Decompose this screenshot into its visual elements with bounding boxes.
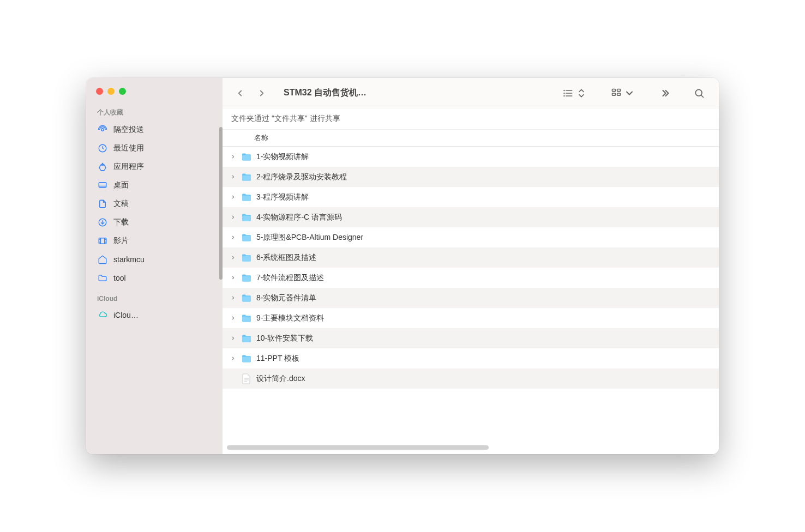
disclosure-triangle-icon[interactable] bbox=[229, 173, 237, 181]
sidebar-item-download[interactable]: 下载 bbox=[92, 213, 217, 232]
main-pane: STM32 自动售货机… 文件夹通过 "文件共享" 进行共享 bbox=[223, 78, 719, 454]
folder-icon bbox=[241, 172, 252, 183]
sidebar-item-clock[interactable]: 最近使用 bbox=[92, 139, 217, 158]
home-icon bbox=[97, 254, 108, 265]
file-name: 8-实物元器件清单 bbox=[256, 293, 316, 303]
disclosure-triangle-icon[interactable] bbox=[229, 274, 237, 282]
svg-rect-21 bbox=[612, 93, 616, 95]
file-name: 4-实物源程序-C 语言源码 bbox=[256, 213, 342, 222]
sidebar-item-apps[interactable]: 应用程序 bbox=[92, 158, 217, 176]
disclosure-triangle-icon[interactable] bbox=[229, 315, 237, 322]
folder-icon bbox=[241, 232, 252, 243]
maximize-button[interactable] bbox=[119, 88, 126, 95]
sidebar-item-label: tool bbox=[113, 274, 126, 282]
file-row[interactable]: 4-实物源程序-C 语言源码 bbox=[223, 207, 719, 227]
file-row[interactable]: 10-软件安装下载 bbox=[223, 328, 719, 348]
folder-icon bbox=[241, 252, 252, 263]
disclosure-triangle-icon[interactable] bbox=[229, 355, 237, 362]
close-button[interactable] bbox=[96, 88, 103, 95]
file-row[interactable]: 设计简介.docx bbox=[223, 368, 719, 389]
sidebar-item-film[interactable]: 影片 bbox=[92, 232, 217, 250]
group-button[interactable] bbox=[606, 86, 639, 101]
sidebar-scrollbar[interactable] bbox=[219, 127, 223, 280]
folder-icon bbox=[241, 192, 252, 203]
disclosure-triangle-icon[interactable] bbox=[229, 234, 237, 241]
finder-window: 个人收藏隔空投送最近使用应用程序桌面文稿下载影片starkmcutooliClo… bbox=[86, 78, 719, 454]
file-row[interactable]: 1-实物视频讲解 bbox=[223, 147, 719, 167]
more-button[interactable] bbox=[654, 86, 674, 101]
sidebar-item-label: 桌面 bbox=[113, 180, 129, 190]
minimize-button[interactable] bbox=[107, 88, 115, 95]
file-name: 7-软件流程图及描述 bbox=[256, 273, 324, 283]
file-name: 11-PPT 模板 bbox=[256, 354, 299, 364]
file-row[interactable]: 3-程序视频讲解 bbox=[223, 187, 719, 207]
svg-point-0 bbox=[101, 129, 104, 131]
document-icon bbox=[97, 198, 108, 209]
folder-icon bbox=[97, 273, 108, 283]
horizontal-scrollbar-thumb[interactable] bbox=[227, 445, 489, 450]
cloud-icon bbox=[97, 310, 108, 321]
file-row[interactable]: 8-实物元器件清单 bbox=[223, 288, 719, 308]
sidebar-item-label: 影片 bbox=[113, 236, 129, 246]
svg-rect-2 bbox=[99, 183, 106, 188]
folder-icon bbox=[241, 212, 252, 223]
sidebar-item-label: iClou… bbox=[113, 311, 139, 319]
disclosure-triangle-icon[interactable] bbox=[229, 153, 237, 161]
toolbar: STM32 自动售货机… bbox=[223, 78, 719, 108]
folder-icon bbox=[241, 293, 252, 304]
file-name: 1-实物视频讲解 bbox=[256, 152, 309, 162]
desktop-icon bbox=[97, 180, 108, 191]
file-row[interactable]: 2-程序烧录及驱动安装教程 bbox=[223, 167, 719, 187]
disclosure-triangle-icon[interactable] bbox=[229, 194, 237, 201]
forward-button[interactable] bbox=[254, 86, 269, 101]
sidebar: 个人收藏隔空投送最近使用应用程序桌面文稿下载影片starkmcutooliClo… bbox=[86, 78, 223, 454]
clock-icon bbox=[97, 143, 108, 154]
disclosure-triangle-icon[interactable] bbox=[229, 335, 237, 342]
airdrop-icon bbox=[97, 124, 108, 135]
sidebar-item-label: 应用程序 bbox=[113, 162, 144, 172]
disclosure-triangle-icon[interactable] bbox=[229, 254, 237, 262]
sidebar-item-cloud[interactable]: iClou… bbox=[92, 306, 217, 324]
disclosure-triangle-icon[interactable] bbox=[229, 214, 237, 221]
svg-point-17 bbox=[564, 93, 564, 93]
back-button[interactable] bbox=[232, 86, 248, 101]
file-row[interactable]: 9-主要模块文档资料 bbox=[223, 308, 719, 328]
search-button[interactable] bbox=[689, 86, 709, 101]
sidebar-item-label: 最近使用 bbox=[113, 143, 144, 153]
document-icon bbox=[241, 373, 252, 384]
sidebar-section-header: iCloud bbox=[92, 287, 217, 306]
film-icon bbox=[97, 235, 108, 246]
file-row[interactable]: 6-系统框图及描述 bbox=[223, 247, 719, 268]
horizontal-scrollbar[interactable] bbox=[223, 445, 719, 451]
folder-icon bbox=[241, 273, 252, 283]
svg-rect-22 bbox=[617, 93, 621, 95]
folder-icon bbox=[241, 353, 252, 364]
file-list: 1-实物视频讲解2-程序烧录及驱动安装教程3-程序视频讲解4-实物源程序-C 语… bbox=[223, 147, 719, 443]
view-list-button[interactable] bbox=[558, 86, 591, 101]
file-row[interactable]: 5-原理图&PCB-Altium Designer bbox=[223, 227, 719, 247]
sidebar-item-folder[interactable]: tool bbox=[92, 269, 217, 287]
disclosure-triangle-icon[interactable] bbox=[229, 294, 237, 302]
sidebar-item-desktop[interactable]: 桌面 bbox=[92, 176, 217, 195]
sidebar-item-airdrop[interactable]: 隔空投送 bbox=[92, 120, 217, 139]
sidebar-item-home[interactable]: starkmcu bbox=[92, 250, 217, 269]
column-header-name[interactable]: 名称 bbox=[223, 130, 719, 147]
file-row[interactable]: 11-PPT 模板 bbox=[223, 348, 719, 368]
svg-line-24 bbox=[701, 95, 704, 97]
sidebar-item-label: 文稿 bbox=[113, 199, 129, 209]
file-name: 2-程序烧录及驱动安装教程 bbox=[256, 172, 347, 182]
svg-point-16 bbox=[564, 90, 564, 90]
window-title: STM32 自动售货机… bbox=[284, 87, 367, 99]
file-name: 9-主要模块文档资料 bbox=[256, 313, 324, 323]
svg-rect-19 bbox=[612, 89, 616, 91]
file-row[interactable]: 7-软件流程图及描述 bbox=[223, 268, 719, 288]
folder-icon bbox=[241, 333, 252, 344]
sidebar-item-label: 隔空投送 bbox=[113, 125, 144, 135]
file-name: 5-原理图&PCB-Altium Designer bbox=[256, 233, 363, 243]
apps-icon bbox=[97, 161, 108, 172]
sharing-info-bar: 文件夹通过 "文件共享" 进行共享 bbox=[223, 108, 719, 130]
svg-point-18 bbox=[564, 95, 564, 96]
file-name: 设计简介.docx bbox=[256, 374, 305, 384]
file-name: 6-系统框图及描述 bbox=[256, 253, 316, 263]
sidebar-item-document[interactable]: 文稿 bbox=[92, 195, 217, 213]
